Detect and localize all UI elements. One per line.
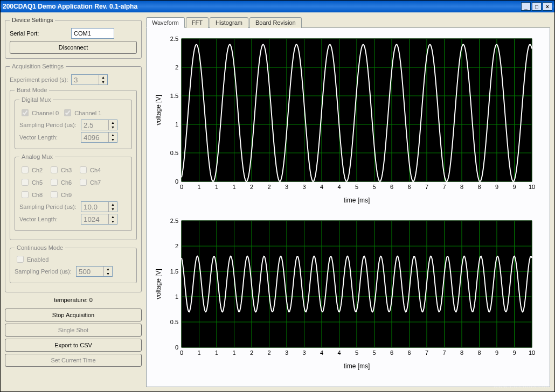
svg-text:1: 1 [175,293,178,300]
svg-text:time [ms]: time [ms] [344,362,370,370]
svg-text:0.5: 0.5 [170,319,178,325]
maximize-button[interactable]: □ [532,2,542,11]
svg-text:5: 5 [355,349,358,356]
svg-text:0: 0 [180,184,183,190]
tab-waveform[interactable]: Waveform [146,17,185,28]
svg-text:3: 3 [302,184,306,190]
analog-channel-checkbox[interactable]: Ch7 [78,177,103,187]
analog-sampling-period-input[interactable] [81,202,108,212]
channel1-checkbox[interactable]: Channel 1 [62,108,101,118]
analog-channel-checkbox[interactable]: Ch3 [48,165,74,175]
svg-text:2: 2 [267,349,270,356]
digital-vector-length-input[interactable] [81,132,108,142]
minimize-button[interactable]: _ [521,2,531,11]
spinner-down-icon[interactable]: ▼ [109,125,117,130]
digital-sampling-period-spinner[interactable]: ▲▼ [81,120,117,130]
spinner-up-icon[interactable]: ▲ [109,202,117,207]
titlebar[interactable]: 200CDAQ1 Demo Application Rev. 0.1-alpha… [1,1,554,12]
svg-text:0: 0 [175,178,178,185]
svg-text:7: 7 [442,349,446,356]
svg-text:voltage [V]: voltage [V] [155,95,162,125]
experiment-period-spinner[interactable]: ▲▼ [71,74,108,85]
analog-channel-checkbox[interactable]: Ch8 [19,190,45,200]
spinner-up-icon[interactable]: ▲ [109,214,117,219]
svg-text:1: 1 [215,349,218,356]
digital-sampling-period-input[interactable] [81,120,108,130]
svg-text:2: 2 [175,64,178,71]
svg-text:4: 4 [320,184,323,190]
export-csv-button[interactable]: Export to CSV [5,339,142,352]
acquisition-settings-group: Acquisition Settings Experiment period (… [5,63,142,292]
waveform-plot: 00.511.522.50111223344556677889910time [… [152,215,540,372]
right-panel: WaveformFFTHistogramBoard Revision 00.51… [146,12,554,391]
spinner-down-icon[interactable]: ▼ [109,219,117,224]
spinner-down-icon[interactable]: ▼ [99,80,107,85]
svg-text:1: 1 [232,349,235,356]
spinner-down-icon[interactable]: ▼ [109,137,117,142]
svg-text:9: 9 [512,184,516,190]
digital-sampling-period-label: Sampling Period (us): [19,122,79,128]
continuous-mode-group: Continuous Mode Enabled Sampling Period … [10,244,137,283]
continuous-enabled-checkbox[interactable]: Enabled [15,254,132,264]
spinner-up-icon[interactable]: ▲ [99,75,107,80]
tab-strip: WaveformFFTHistogramBoard Revision [146,17,550,27]
analog-channel-checkbox[interactable]: Ch2 [19,165,45,175]
analog-channel-checkbox[interactable]: Ch4 [78,165,103,175]
waveform-plot-1: 00.511.522.50111223344556677889910time [… [152,33,544,206]
disconnect-button[interactable]: Disconnect [10,41,137,54]
channel0-checkbox[interactable]: Channel 0 [19,108,59,118]
device-settings-legend: Device Settings [10,17,55,23]
close-button[interactable]: × [543,2,552,11]
svg-text:4: 4 [320,349,323,356]
spinner-down-icon[interactable]: ▼ [109,207,117,212]
svg-text:6: 6 [390,184,393,190]
svg-text:voltage [V]: voltage [V] [155,269,162,299]
serial-port-input[interactable] [71,28,114,39]
svg-text:8: 8 [477,349,481,356]
svg-text:1: 1 [197,184,200,190]
analog-channel-checkbox[interactable]: Ch6 [48,177,74,187]
svg-text:7: 7 [425,184,428,190]
experiment-period-input[interactable] [72,75,99,85]
stop-acquisition-button[interactable]: Stop Acquisition [5,309,142,321]
analog-sampling-period-spinner[interactable]: ▲▼ [81,201,117,212]
svg-text:1: 1 [215,184,218,190]
set-current-time-button[interactable]: Set Current Time [5,354,142,367]
svg-text:2.5: 2.5 [170,218,178,224]
spinner-up-icon[interactable]: ▲ [109,132,117,137]
svg-text:1: 1 [197,349,200,356]
spinner-down-icon[interactable]: ▼ [104,271,112,276]
svg-text:2: 2 [175,243,178,249]
single-shot-button[interactable]: Single Shot [5,324,142,337]
svg-text:4: 4 [337,349,341,356]
svg-text:6: 6 [407,349,411,356]
acquisition-settings-legend: Acquisition Settings [10,63,66,69]
svg-text:9: 9 [495,184,498,190]
analog-channel-checkbox[interactable]: Ch5 [19,177,45,187]
analog-sampling-period-label: Sampling Period (us): [19,204,79,210]
analog-vector-length-spinner[interactable]: ▲▼ [81,214,117,225]
svg-text:2: 2 [250,184,253,190]
temperature-label: temperature: 0 [5,297,142,303]
experiment-period-label: Experiment period (s): [10,76,69,83]
tab-board-revision[interactable]: Board Revision [249,17,302,28]
svg-text:1: 1 [175,121,178,128]
svg-text:10: 10 [529,349,535,356]
tab-histogram[interactable]: Histogram [210,17,248,28]
spinner-up-icon[interactable]: ▲ [109,120,117,125]
tab-fft[interactable]: FFT [186,17,209,28]
spinner-up-icon[interactable]: ▲ [104,267,112,271]
svg-text:8: 8 [477,184,481,190]
application-window: 200CDAQ1 Demo Application Rev. 0.1-alpha… [0,0,555,392]
svg-text:4: 4 [337,184,341,190]
window-title: 200CDAQ1 Demo Application Rev. 0.1-alpha [3,3,521,10]
analog-channel-checkbox[interactable]: Ch9 [48,190,74,200]
svg-text:3: 3 [285,349,288,356]
continuous-sampling-period-label: Sampling Period (us): [15,268,74,275]
svg-text:0: 0 [175,344,178,351]
continuous-sampling-period-spinner[interactable]: ▲▼ [76,266,113,277]
digital-vector-length-spinner[interactable]: ▲▼ [81,132,117,143]
svg-text:6: 6 [390,349,393,356]
analog-vector-length-input[interactable] [81,214,108,224]
continuous-sampling-period-input[interactable] [77,267,103,276]
